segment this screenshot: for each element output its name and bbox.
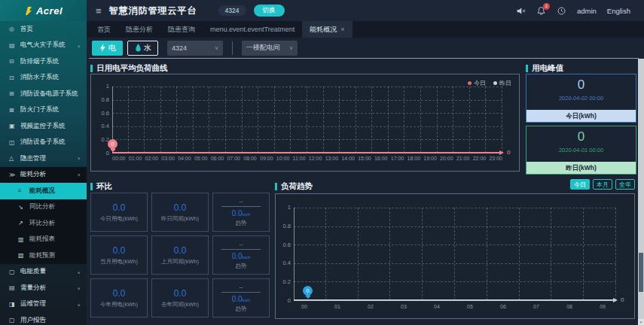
user-menu[interactable]: admin <box>577 7 597 15</box>
range-buttons: 今日本月全年 <box>0 179 635 190</box>
sidebar-subitem[interactable]: ▧ 能耗预测 <box>0 248 87 264</box>
energy-overview-icon: ≡ <box>18 187 26 194</box>
home-icon: ◎ <box>9 26 17 32</box>
tab[interactable]: menu.event.eventTreatment <box>203 21 302 38</box>
stat-value: 0.0 <box>113 288 126 299</box>
stat-card: 0.0 当月用电(kWh) <box>90 235 148 275</box>
mute-speaker-icon[interactable] <box>516 6 526 16</box>
stat-value: 0.0 <box>174 288 187 299</box>
y-tick: 0.8 <box>283 223 291 229</box>
station-select[interactable]: 4324 <box>167 41 223 56</box>
sidebar-item[interactable]: △ 隐患管理 ∨ <box>0 150 87 167</box>
x-tick: 11:00 <box>293 156 306 161</box>
acrel-logo-icon <box>24 6 33 16</box>
legend-dot-icon <box>493 81 497 85</box>
sidebar-item[interactable]: ▤ 电气火灾子系统 ∨ <box>0 38 87 54</box>
range-button[interactable]: 今日 <box>570 179 590 190</box>
tab-label: 隐患分析 <box>126 25 153 35</box>
clock-icon[interactable] <box>557 6 566 16</box>
sidebar-item[interactable]: ▢ 电能质量 ∨ <box>0 264 87 281</box>
range-button[interactable]: 全年 <box>615 179 635 190</box>
sidebar-item[interactable]: ⊡ 消防水子系统 <box>0 70 87 87</box>
y-tick: 0.6 <box>102 110 109 117</box>
scrollbar-thumb[interactable] <box>639 253 643 292</box>
stat-card: 0.0 上月同期(kWh) <box>151 235 209 275</box>
sidebar-item[interactable]: ⊟ 防排烟子系统 <box>0 53 87 70</box>
x-tick: 07 <box>533 304 539 309</box>
sidebar-item[interactable]: ◫ 消防设备子系统 <box>0 135 87 151</box>
close-tab-icon[interactable] <box>340 26 344 33</box>
sidebar-item[interactable]: ▢ 用户报告 <box>0 312 87 325</box>
tab[interactable]: 隐患查询 <box>160 21 203 38</box>
sidebar-item[interactable]: ≫ 能耗分析 ∧ <box>0 167 87 184</box>
stat-label: 今年用电(kWh) <box>100 301 138 308</box>
x-tick: 22:00 <box>473 156 487 161</box>
chevron-up-icon: ∧ <box>78 172 81 177</box>
y-tick: 0 <box>106 150 109 156</box>
brand-name: Acrel <box>36 5 63 17</box>
divider <box>89 58 639 59</box>
y-tick: 0.8 <box>102 96 109 103</box>
stat-value: 0.0kwh <box>232 252 251 260</box>
smoke-exhaust-icon: ⊟ <box>9 58 17 65</box>
stat-label: 今日用电(kWh) <box>100 215 138 223</box>
load-trend-chart: 10.80.60.40.20 0 0 00010203040506070809 <box>275 193 635 319</box>
stat-value: 0.0 <box>174 245 187 256</box>
collapse-menu-icon[interactable] <box>96 5 102 17</box>
header: Acrel 智慧消防管理云平台 4324 切换 2 admin English <box>0 0 644 21</box>
fire-water-icon: ⊡ <box>9 74 17 81</box>
x-tick: 02 <box>368 304 374 309</box>
sidebar-menu-bottom: ▢ 电能质量 ∨ ▤ 需量分析 ∨ ◨ 运维管理 ∨ ▢ <box>0 264 87 325</box>
x-tick: 06:00 <box>211 156 224 161</box>
y-tick: 1 <box>106 83 109 90</box>
x-tick: 18:00 <box>407 156 421 161</box>
sidebar-subitem[interactable]: ▥ 能耗报表 <box>0 232 87 248</box>
x-tick: 04:00 <box>178 156 191 161</box>
energy-analysis-icon: ≫ <box>9 172 17 178</box>
sidebar-item[interactable]: ▤ 需量分析 ∨ <box>0 280 87 296</box>
legend-dot-icon <box>468 81 472 85</box>
x-tick: 12:00 <box>309 156 322 161</box>
stat-value: 0.0 <box>174 202 187 213</box>
fire-device-icon: ◫ <box>9 139 17 146</box>
peak-label: 今日(kWh) <box>526 110 636 122</box>
language-switch[interactable]: English <box>607 7 630 15</box>
tab[interactable]: 首页 <box>90 21 118 38</box>
x-axis-line <box>294 299 613 301</box>
electric-filter-button[interactable]: 电 <box>92 41 123 56</box>
x-tick: 02:00 <box>145 156 159 161</box>
water-filter-button[interactable]: 水 <box>127 41 158 56</box>
sidebar-subitem[interactable]: ↘ 同比分析 <box>0 199 87 216</box>
stat-card: -- 0.0kwh 趋势 <box>212 193 270 232</box>
y-tick: 1 <box>288 204 291 211</box>
station-badge: 4324 <box>218 5 246 16</box>
x-tick: 00 <box>301 304 307 309</box>
stat-value: 0.0 <box>113 202 126 213</box>
sidebar-subitem[interactable]: ↗ 环比分析 <box>0 215 87 232</box>
tab[interactable]: 隐患分析 <box>118 21 160 38</box>
stat-label: 趋势 <box>236 305 247 313</box>
bell-icon[interactable]: 2 <box>536 6 546 16</box>
stat-card: 0.0 去年同期(kWh) <box>151 278 209 317</box>
tab[interactable]: 能耗概况 <box>302 21 352 38</box>
scrollbar-down-button[interactable] <box>638 319 644 325</box>
peak-card: 0 2020-04-01 00:00 昨日(kWh) <box>526 126 636 175</box>
bolt-icon <box>99 44 106 52</box>
sidebar-subitem[interactable]: ≡ 能耗概况 <box>0 183 87 199</box>
stat-card: -- 0.0kwh 趋势 <box>212 235 270 275</box>
peak-value: 0 <box>526 129 636 144</box>
switch-button[interactable]: 切换 <box>254 5 285 17</box>
sidebar-item[interactable]: ▣ 视频监控子系统 <box>0 118 87 135</box>
x-tick: 05 <box>467 304 473 309</box>
tab-bar: 首页 隐患分析 隐患查询 menu.event.eventTreatment 能… <box>87 21 644 38</box>
x-axis-line <box>112 152 499 153</box>
sidebar-item[interactable]: ⊠ 防火门子系统 <box>0 102 87 119</box>
sidebar-item[interactable]: ◨ 运维管理 ∨ <box>0 296 87 313</box>
range-button[interactable]: 本月 <box>593 179 612 190</box>
x-tick: 09 <box>600 304 606 309</box>
room-select[interactable]: 一楼配电间 <box>242 41 298 56</box>
sidebar-item[interactable]: ◎ 首页 <box>0 21 87 38</box>
sidebar-item[interactable]: ⊞ 消防设备电源子系统 <box>0 86 87 102</box>
sidebar-submenu-energy: ≡ 能耗概况 ↘ 同比分析 ↗ 环比分析 ▥ 能耗报表 <box>0 183 87 264</box>
room-select-value: 一楼配电间 <box>246 43 280 53</box>
